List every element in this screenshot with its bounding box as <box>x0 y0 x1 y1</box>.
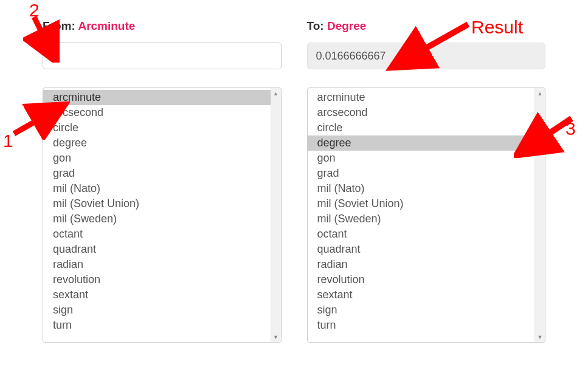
scroll-track[interactable] <box>271 98 281 332</box>
unit-option[interactable]: revolution <box>308 272 535 287</box>
unit-option[interactable]: arcminute <box>308 90 535 105</box>
unit-option[interactable]: mil (Soviet Union) <box>43 196 271 211</box>
to-label-prefix: To: <box>307 19 327 32</box>
from-label-row: From: Arcminute <box>43 19 282 33</box>
unit-option[interactable]: gon <box>43 151 271 166</box>
unit-option[interactable]: mil (Nato) <box>43 181 271 196</box>
unit-option[interactable]: sign <box>308 303 535 318</box>
from-list-wrap: arcminutearcsecondcircledegreegongradmil… <box>43 87 282 343</box>
to-unit-name: Degree <box>327 19 366 32</box>
to-column: To: Degree 0.0166666667 arcminutearcseco… <box>307 18 546 343</box>
from-column: From: Arcminute arcminutearcsecondcircle… <box>43 18 282 343</box>
from-unit-name: Arcminute <box>78 19 135 32</box>
from-value-input[interactable] <box>43 43 282 69</box>
unit-option[interactable]: circle <box>43 120 271 135</box>
unit-option[interactable]: radian <box>43 257 271 272</box>
to-scrollbar[interactable]: ▲ ▼ <box>534 88 545 342</box>
unit-option[interactable]: sextant <box>43 287 271 303</box>
unit-option[interactable]: mil (Sweden) <box>308 211 535 227</box>
unit-option[interactable]: mil (Nato) <box>308 181 535 196</box>
unit-option[interactable]: mil (Soviet Union) <box>308 196 535 211</box>
scroll-up-icon[interactable]: ▲ <box>535 88 545 98</box>
from-scrollbar[interactable]: ▲ ▼ <box>271 88 281 342</box>
unit-option[interactable]: sign <box>43 303 271 318</box>
from-label-prefix: From: <box>43 19 78 32</box>
unit-option[interactable]: arcsecond <box>43 105 271 120</box>
unit-option[interactable]: grad <box>43 166 271 181</box>
unit-option[interactable]: quadrant <box>43 242 271 257</box>
scroll-track[interactable] <box>535 98 545 332</box>
unit-option[interactable]: gon <box>308 151 535 166</box>
unit-option[interactable]: mil (Sweden) <box>43 211 271 227</box>
unit-option[interactable]: revolution <box>43 272 271 287</box>
to-unit-list[interactable]: arcminutearcsecondcircledegreegongradmil… <box>308 88 535 342</box>
to-list-wrap: arcminutearcsecondcircledegreegongradmil… <box>307 87 546 343</box>
from-unit-list[interactable]: arcminutearcsecondcircledegreegongradmil… <box>43 88 271 342</box>
scroll-up-icon[interactable]: ▲ <box>271 88 281 98</box>
unit-option[interactable]: turn <box>43 318 271 333</box>
unit-option[interactable]: arcminute <box>43 90 271 105</box>
unit-option[interactable]: radian <box>308 257 535 272</box>
unit-option[interactable]: quadrant <box>308 242 535 257</box>
converter-container: From: Arcminute arcminutearcsecondcircle… <box>0 0 588 343</box>
unit-option[interactable]: degree <box>43 135 271 151</box>
scroll-down-icon[interactable]: ▼ <box>271 332 281 342</box>
unit-option[interactable]: grad <box>308 166 535 181</box>
to-label-row: To: Degree <box>307 19 546 33</box>
unit-option[interactable]: octant <box>43 227 271 242</box>
unit-option[interactable]: turn <box>308 318 535 333</box>
to-value-output: 0.0166666667 <box>307 43 546 69</box>
unit-option[interactable]: octant <box>308 227 535 242</box>
unit-option[interactable]: sextant <box>308 287 535 303</box>
scroll-down-icon[interactable]: ▼ <box>535 332 545 342</box>
to-value-text: 0.0166666667 <box>316 50 386 63</box>
unit-option[interactable]: circle <box>308 120 535 135</box>
unit-option[interactable]: arcsecond <box>308 105 535 120</box>
unit-option[interactable]: degree <box>308 135 535 151</box>
